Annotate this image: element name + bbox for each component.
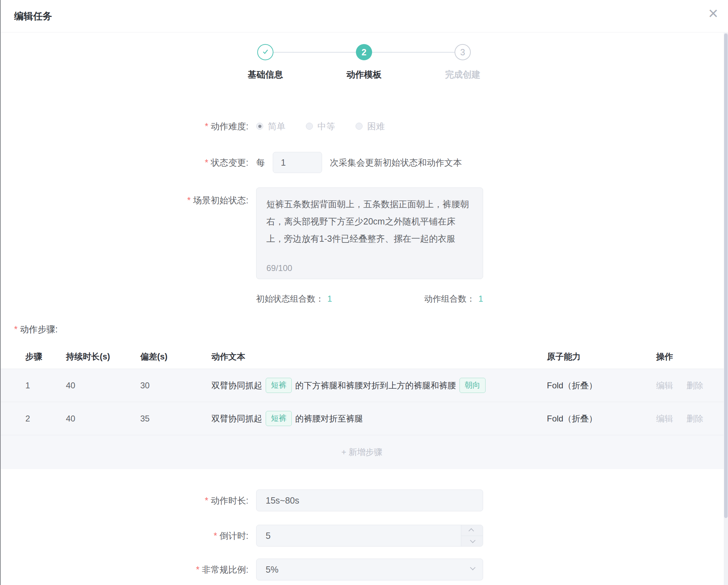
difficulty-options: 简单 中等 困难 bbox=[256, 121, 405, 132]
countdown-label: *倒计时: bbox=[0, 530, 248, 542]
column-header-3: 动作文本 bbox=[211, 351, 547, 362]
step-connector bbox=[372, 52, 455, 53]
radio-easy[interactable]: 简单 bbox=[256, 121, 285, 132]
initial-state-textarea[interactable]: 短裤五条数据背面朝上，五条数据正面朝上，裤腰朝右，离头部视野下方至少20cm之外… bbox=[256, 187, 483, 279]
action-duration-label: *动作时长: bbox=[0, 495, 248, 506]
state-change-prefix: 每 bbox=[256, 157, 265, 168]
delete-link[interactable]: 删除 bbox=[686, 413, 703, 424]
delete-link[interactable]: 删除 bbox=[686, 380, 703, 391]
required-marker: * bbox=[214, 531, 217, 541]
countdown-input[interactable] bbox=[256, 525, 483, 547]
initial-combo-value: 1 bbox=[327, 294, 332, 303]
required-marker: * bbox=[196, 565, 199, 574]
required-marker: * bbox=[205, 121, 208, 131]
cell-duration: 40 bbox=[66, 381, 140, 390]
action-combo-value: 1 bbox=[479, 294, 483, 303]
cell-action-text: 双臂协同抓起短裤的裤腰对折至裤腿 bbox=[211, 411, 547, 426]
state-change-suffix: 次采集会更新初始状态和动作文本 bbox=[330, 157, 462, 168]
cell-duration: 40 bbox=[66, 414, 140, 424]
required-marker: * bbox=[187, 195, 191, 205]
cell-actions: 编辑删除 bbox=[656, 413, 724, 424]
initial-state-row: *场景初始状态: 短裤五条数据背面朝上，五条数据正面朝上，裤腰朝右，离头部视野下… bbox=[0, 187, 728, 279]
cell-step: 1 bbox=[25, 381, 66, 390]
add-step-row: + 新增步骤 bbox=[0, 435, 724, 469]
difficulty-row: *动作难度: 简单 中等 困难 bbox=[0, 119, 728, 133]
step-3-label: 完成创建 bbox=[413, 69, 512, 80]
close-icon[interactable]: × bbox=[708, 5, 718, 22]
state-change-label: *状态变更: bbox=[0, 157, 248, 168]
column-header-5: 操作 bbox=[656, 351, 724, 362]
radio-circle-icon bbox=[256, 123, 263, 130]
cell-offset: 30 bbox=[140, 381, 211, 390]
unusual-ratio-select[interactable] bbox=[256, 559, 483, 580]
table-row: 24035双臂协同抓起短裤的裤腰对折至裤腿Fold（折叠）编辑删除 bbox=[0, 402, 724, 435]
step-2-label: 动作模板 bbox=[315, 69, 413, 80]
spinner-down-button[interactable] bbox=[461, 536, 483, 547]
countdown-row: *倒计时: bbox=[0, 525, 728, 547]
step-2-circle[interactable]: 2 bbox=[356, 44, 372, 60]
initial-combo-label: 初始状态组合数： bbox=[256, 294, 324, 303]
step-1-circle[interactable] bbox=[257, 44, 273, 60]
spinner-up-button[interactable] bbox=[461, 525, 483, 536]
step-1-label: 基础信息 bbox=[216, 69, 315, 80]
step-3-number: 3 bbox=[460, 47, 465, 57]
cell-actions: 编辑删除 bbox=[656, 380, 724, 391]
column-header-4: 原子能力 bbox=[547, 351, 656, 362]
radio-circle-icon bbox=[306, 123, 313, 130]
char-counter: 69/100 bbox=[266, 263, 292, 273]
radio-medium[interactable]: 中等 bbox=[306, 121, 335, 132]
cell-ability: Fold（折叠） bbox=[547, 380, 656, 391]
cell-offset: 35 bbox=[140, 414, 211, 424]
required-marker: * bbox=[205, 158, 208, 167]
edit-link[interactable]: 编辑 bbox=[656, 413, 673, 424]
steps-table-body: 14030双臂协同抓起短裤的下方裤腿和裤腰对折到上方的裤腿和裤腰朝向Fold（折… bbox=[0, 369, 724, 435]
radio-hard[interactable]: 困难 bbox=[356, 121, 385, 132]
state-change-row: *状态变更: 每 次采集会更新初始状态和动作文本 bbox=[0, 152, 728, 173]
edit-link[interactable]: 编辑 bbox=[656, 380, 673, 391]
scrollbar-thumb[interactable] bbox=[724, 33, 728, 518]
action-steps-label: *动作步骤: bbox=[14, 324, 728, 335]
add-step-button[interactable]: + 新增步骤 bbox=[341, 447, 383, 458]
chevron-down-icon bbox=[470, 537, 476, 543]
action-combo: 动作组合数：1 bbox=[424, 293, 483, 304]
chevron-up-icon bbox=[469, 528, 474, 534]
stepper-labels: 基础信息 动作模板 完成创建 bbox=[0, 69, 728, 80]
column-header-1: 持续时长(s) bbox=[66, 351, 140, 362]
action-text-fragment: 的下方裤腿和裤腰对折到上方的裤腿和裤腰 bbox=[295, 380, 456, 391]
required-marker: * bbox=[205, 495, 208, 505]
initial-state-label: *场景初始状态: bbox=[0, 187, 248, 206]
number-spinner bbox=[461, 525, 483, 546]
action-tag: 朝向 bbox=[459, 378, 486, 393]
radio-circle-icon bbox=[356, 123, 363, 130]
action-text-fragment: 双臂协同抓起 bbox=[211, 413, 262, 424]
radio-hard-label: 困难 bbox=[367, 121, 385, 132]
cell-step: 2 bbox=[25, 414, 66, 424]
radio-easy-label: 简单 bbox=[268, 121, 285, 132]
unusual-ratio-value[interactable] bbox=[256, 559, 483, 580]
window-left-edge bbox=[0, 0, 1, 585]
step-3-circle[interactable]: 3 bbox=[455, 44, 471, 60]
initial-state-text: 短裤五条数据背面朝上，五条数据正面朝上，裤腰朝右，离头部视野下方至少20cm之外… bbox=[266, 196, 473, 247]
step-2-number: 2 bbox=[362, 47, 366, 57]
action-text-fragment: 双臂协同抓起 bbox=[211, 380, 262, 391]
column-header-2: 偏差(s) bbox=[140, 351, 211, 362]
action-tag: 短裤 bbox=[266, 411, 292, 426]
initial-combo: 初始状态组合数：1 bbox=[256, 293, 332, 304]
unusual-ratio-row: *非常规比例: bbox=[0, 559, 728, 580]
required-marker: * bbox=[14, 324, 18, 334]
stepper: 2 3 bbox=[0, 44, 728, 60]
action-combo-label: 动作组合数： bbox=[424, 294, 475, 303]
scrollbar-track[interactable] bbox=[724, 33, 728, 585]
action-text-fragment: 的裤腰对折至裤腿 bbox=[295, 413, 363, 424]
state-change-input[interactable] bbox=[273, 152, 322, 173]
combos-row: 初始状态组合数：1 动作组合数：1 bbox=[256, 293, 483, 304]
cell-ability: Fold（折叠） bbox=[547, 413, 656, 424]
action-tag: 短裤 bbox=[266, 378, 292, 393]
difficulty-label: *动作难度: bbox=[0, 121, 248, 132]
unusual-ratio-label: *非常规比例: bbox=[0, 564, 248, 575]
radio-medium-label: 中等 bbox=[317, 121, 335, 132]
table-row: 14030双臂协同抓起短裤的下方裤腿和裤腰对折到上方的裤腿和裤腰朝向Fold（折… bbox=[0, 369, 724, 402]
step-connector bbox=[273, 52, 356, 53]
cell-action-text: 双臂协同抓起短裤的下方裤腿和裤腰对折到上方的裤腿和裤腰朝向 bbox=[211, 378, 547, 393]
action-duration-input[interactable] bbox=[256, 489, 483, 511]
